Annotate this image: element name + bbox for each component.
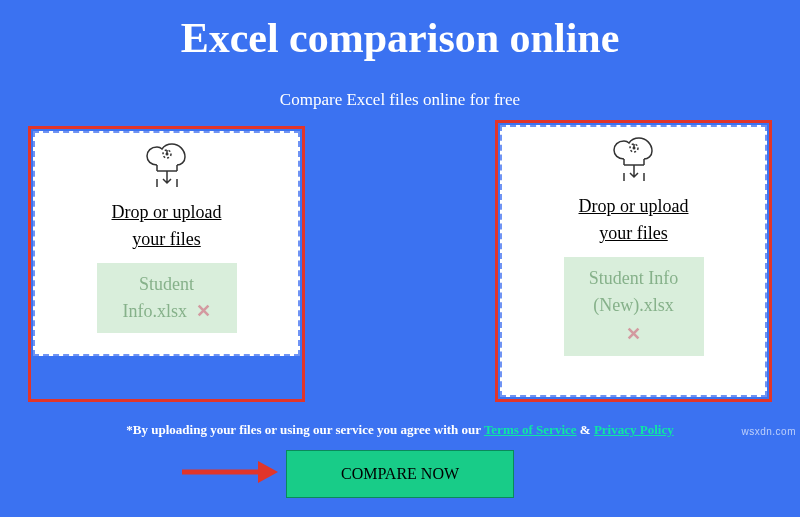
- page-title: Excel comparison online: [0, 0, 800, 62]
- arrow-annotation-icon: [180, 457, 280, 491]
- privacy-policy-link[interactable]: Privacy Policy: [594, 422, 674, 437]
- terms-text: *By uploading your files or using our se…: [0, 422, 800, 438]
- dropzone-right-highlight: Drop or upload your files Student Info (…: [495, 120, 772, 402]
- dropzone-right-label: Drop or upload your files: [579, 193, 689, 247]
- drop-label-line2: your files: [599, 223, 667, 243]
- terms-prefix: *By uploading your files or using our se…: [126, 422, 484, 437]
- file-chip-left: Student Info.xlsx ✕: [97, 263, 237, 333]
- dropzone-row: Drop or upload your files Student Info.x…: [0, 110, 800, 402]
- terms-of-service-link[interactable]: Terms of Service: [484, 422, 577, 437]
- dropzone-left-label: Drop or upload your files: [112, 199, 222, 253]
- remove-file-left-icon[interactable]: ✕: [196, 301, 211, 321]
- watermark-text: wsxdn.com: [741, 426, 796, 437]
- drop-label-line2: your files: [132, 229, 200, 249]
- compare-now-button[interactable]: COMPARE NOW: [286, 450, 514, 498]
- file-chip-right-name: Student Info (New).xlsx: [574, 265, 694, 319]
- dropzone-left-highlight: Drop or upload your files Student Info.x…: [28, 126, 305, 402]
- drop-label-line1: Drop or upload: [579, 196, 689, 216]
- drop-label-line1: Drop or upload: [112, 202, 222, 222]
- dropzone-left[interactable]: Drop or upload your files Student Info.x…: [33, 131, 300, 356]
- compare-row: COMPARE NOW: [0, 450, 800, 498]
- svg-marker-5: [258, 461, 278, 483]
- terms-ampersand: &: [580, 422, 594, 437]
- cloud-upload-icon: [606, 137, 662, 189]
- remove-file-right-icon[interactable]: ✕: [626, 321, 641, 348]
- page-subtitle: Compare Excel files online for free: [0, 90, 800, 110]
- file-chip-right: Student Info (New).xlsx ✕: [564, 257, 704, 356]
- file-chip-left-name: Student Info.xlsx: [123, 274, 195, 321]
- cloud-upload-icon: [139, 143, 195, 195]
- dropzone-right[interactable]: Drop or upload your files Student Info (…: [500, 125, 767, 397]
